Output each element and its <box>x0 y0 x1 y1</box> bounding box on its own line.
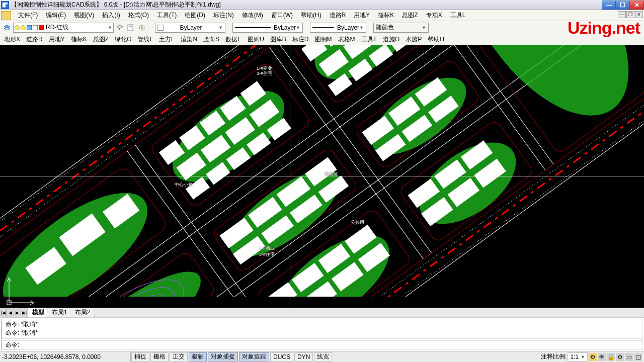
clean-screen-icon[interactable]: ▢ <box>634 353 642 361</box>
maximize-button[interactable]: ☐ <box>616 1 630 10</box>
menu-view[interactable]: 视图(V) <box>70 10 98 21</box>
scale-combo[interactable]: 1:1 ▼ <box>568 352 588 361</box>
menu-general[interactable]: 总图Z <box>398 10 422 21</box>
t2-water[interactable]: 水施P <box>403 34 425 45</box>
lock-icon[interactable]: 🔒 <box>607 353 615 361</box>
t2-pipe[interactable]: 管线L <box>134 34 156 45</box>
svg-point-6 <box>141 27 143 29</box>
dropdown-arrow-icon: ▼ <box>296 25 300 30</box>
t2-roadf[interactable]: 道施O <box>380 34 403 45</box>
menu-window[interactable]: 窗口(W) <box>267 10 297 21</box>
menu-tools[interactable]: 工具(T) <box>153 10 181 21</box>
drawing-label-svc: 综合区 <box>325 171 338 177</box>
tab-nav-next[interactable]: ▶ <box>14 308 21 317</box>
menu-modify[interactable]: 修改(M) <box>238 10 267 21</box>
annotation-scale-icon[interactable]: ⚙ <box>589 353 597 361</box>
sun-icon <box>21 25 26 30</box>
layer-iso-icon[interactable] <box>137 23 147 33</box>
menu-road[interactable]: 道路R <box>326 10 350 21</box>
mdi-close-button[interactable]: ✕ <box>635 11 643 18</box>
ucs-icon <box>4 273 39 308</box>
t2-land[interactable]: 用地Y <box>46 34 68 45</box>
coords-readout[interactable]: -3.2023E+06, 1026496.8578, 0.0000 <box>0 351 131 362</box>
t2-render[interactable]: 渲染N <box>178 34 200 45</box>
linetype-value: ByLayer <box>274 24 296 31</box>
color-combo[interactable]: ByLayer ▼ <box>155 23 225 33</box>
menu-dim[interactable]: 标注(N) <box>209 10 238 21</box>
close-button[interactable]: ✕ <box>630 1 644 10</box>
tab-layout1[interactable]: 布局1 <box>48 308 72 317</box>
menu-index[interactable]: 指标K <box>374 10 398 21</box>
t2-vertical[interactable]: 竖向S <box>200 34 222 45</box>
menu-insert[interactable]: 插入(I) <box>98 10 124 21</box>
tab-model[interactable]: 模型 <box>28 308 49 317</box>
layer-combo[interactable]: RD-红线 ▼ <box>13 23 114 33</box>
toggle-polar[interactable]: 极轴 <box>189 352 207 361</box>
workspace-switch-icon[interactable]: ⚙ <box>616 353 624 361</box>
toggle-lweight[interactable]: 线宽 <box>314 352 332 361</box>
t2-general[interactable]: 总图Z <box>90 34 112 45</box>
menu-edit[interactable]: 编辑(E) <box>42 10 70 21</box>
svg-marker-2 <box>117 25 123 28</box>
toggle-ortho[interactable]: 正交 <box>170 352 188 361</box>
t2-terrain[interactable]: 地形X <box>1 34 23 45</box>
mdi-minimize-button[interactable]: — <box>618 11 626 18</box>
linetype-combo[interactable]: ByLayer ▼ <box>232 23 303 33</box>
cmd-history-line: 命令: *取消* <box>6 320 638 329</box>
layer-manager-icon[interactable] <box>2 23 12 33</box>
toolbar-lock-icon[interactable]: ▭ <box>625 353 633 361</box>
tab-nav-prev[interactable]: ◀ <box>7 308 14 317</box>
t2-lib[interactable]: 图库B <box>267 34 289 45</box>
menu-file[interactable]: 文件(F) <box>14 10 42 21</box>
command-input[interactable]: 命令: <box>1 340 643 350</box>
t2-road[interactable]: 道路R <box>23 34 46 45</box>
scale-value: 1:1 <box>570 353 579 360</box>
titlebar: 【湘源控制性详细规划CAD系统】 6.0版 - [D:\活力网\总平制作\总平制… <box>0 0 644 10</box>
tab-nav-last[interactable]: ▶| <box>21 308 28 317</box>
randcolor-combo[interactable]: 随颜色 ▼ <box>373 23 429 33</box>
t2-earth[interactable]: 土方F <box>156 34 178 45</box>
menu-land[interactable]: 用地Y <box>350 10 374 21</box>
annotation-visibility-icon[interactable]: 👁 <box>598 353 606 361</box>
t2-tools[interactable]: 工具T <box>358 34 380 45</box>
menu-help[interactable]: 帮助(H) <box>297 10 326 21</box>
drawing-area[interactable]: 中心小筑 1-#商业 3-#住宅 综合区 公共用 1-#商业 3-#住宅 <box>0 45 644 308</box>
t2-rule[interactable]: 图则U <box>245 34 267 45</box>
color-swatch-icon <box>157 25 164 31</box>
statusbar: -3.2023E+06, 1026496.8578, 0.0000 捕捉 栅格 … <box>0 351 644 362</box>
drawing-canvas <box>0 45 644 297</box>
dropdown-arrow-icon: ▼ <box>422 25 426 30</box>
drawing-label-blk: 1-#商业 3-#住宅 <box>259 245 275 258</box>
tab-nav-first[interactable]: |◀ <box>0 308 7 317</box>
layer-state-icon[interactable] <box>126 23 136 33</box>
toggle-snap[interactable]: 捕捉 <box>131 352 149 361</box>
t2-legend[interactable]: 图例M <box>312 34 335 45</box>
toggle-otrack[interactable]: 对象追踪 <box>239 352 269 361</box>
app-menu-icon[interactable] <box>1 11 11 20</box>
t2-green[interactable]: 绿化G <box>112 34 134 45</box>
t2-dim[interactable]: 标注D <box>289 34 312 45</box>
tab-layout2[interactable]: 布局2 <box>71 308 95 317</box>
menu-toolsL[interactable]: 工具L <box>446 10 470 21</box>
menu-draw[interactable]: 绘图(D) <box>181 10 209 21</box>
toggle-dyn[interactable]: DYN <box>294 352 313 361</box>
t2-table[interactable]: 表格M <box>335 34 358 45</box>
layout-tabs: |◀ ◀ ▶ ▶| 模型 布局1 布局2 <box>0 308 644 317</box>
drawing-label-pub: 公共用 <box>351 219 364 226</box>
menu-special[interactable]: 专项X <box>422 10 446 21</box>
mdi-restore-button[interactable]: ❐ <box>626 11 634 18</box>
toggle-ducs[interactable]: DUCS <box>270 352 293 361</box>
t2-index[interactable]: 指标K <box>68 34 90 45</box>
dropdown-arrow-icon: ▼ <box>218 25 223 30</box>
crosshair-horizontal <box>0 176 644 176</box>
command-history[interactable]: 命令: *取消* 命令: *取消* 命令: *取消* <box>1 319 643 339</box>
minimize-button[interactable]: — <box>602 1 616 10</box>
toggle-grid[interactable]: 栅格 <box>150 352 169 361</box>
t2-data[interactable]: 数据E <box>222 34 245 45</box>
lineweight-combo[interactable]: ByLayer ▼ <box>310 23 366 33</box>
t2-help[interactable]: 帮助H <box>425 34 447 45</box>
menu-format[interactable]: 格式(O) <box>124 10 153 21</box>
layer-prev-icon[interactable] <box>115 23 125 33</box>
plot-icon <box>33 25 38 30</box>
toggle-osnap[interactable]: 对象捕捉 <box>208 352 238 361</box>
